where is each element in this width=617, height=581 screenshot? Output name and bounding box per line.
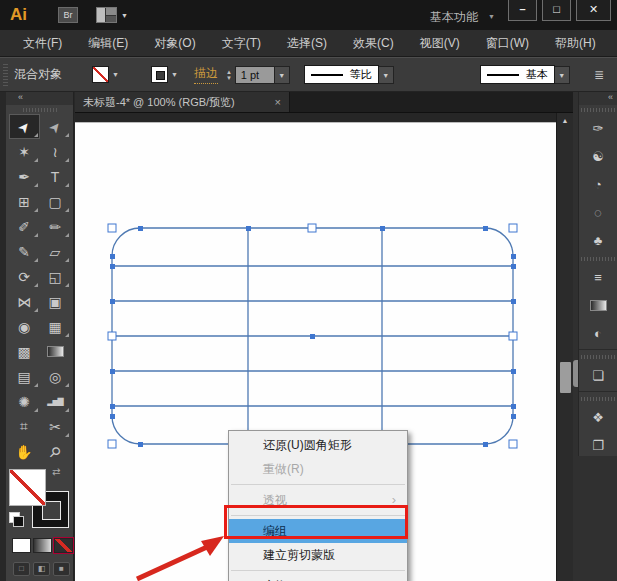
scrollbar-thumb[interactable] <box>560 362 571 393</box>
workspace-caret-icon[interactable]: ▼ <box>488 13 495 20</box>
slice-tool[interactable]: ✂ <box>40 414 71 439</box>
blob-brush-tool[interactable]: ✎ <box>9 239 40 264</box>
rounded-rectangle-tool[interactable]: ▢ <box>40 189 71 214</box>
stroke-panel-icon[interactable]: ≡ <box>585 264 611 290</box>
default-fill-stroke-icon[interactable] <box>9 512 20 523</box>
color-panel-icon[interactable]: ◌ <box>585 199 611 225</box>
eyedropper-tool[interactable]: ▤ <box>9 364 40 389</box>
color-fill-button[interactable] <box>12 538 31 553</box>
document-tab[interactable]: 未标题-4* @ 100% (RGB/预览) × <box>75 92 290 112</box>
none-fill-button[interactable] <box>54 538 73 553</box>
screen-mode-normal-button[interactable]: □ <box>13 562 30 576</box>
perspective-grid-tool[interactable]: ▦ <box>40 314 71 339</box>
stroke-width-dropdown-button[interactable]: ▼ <box>275 66 290 84</box>
fill-stroke-proxies: ⇄ <box>6 468 73 534</box>
screen-mode-full-button[interactable]: ■ <box>53 562 70 576</box>
menu-item-undo-rounded-rect[interactable]: 还原(U)圆角矩形 <box>229 433 407 457</box>
width-profile-dropdown[interactable]: 等比 ▼ <box>304 65 394 84</box>
tools-collapse-icon[interactable]: « <box>6 92 73 105</box>
panel-gripper-4[interactable] <box>581 397 615 401</box>
transparency-panel-icon[interactable]: ◐ <box>585 320 611 346</box>
artboard-tool[interactable]: ⌗ <box>9 414 40 439</box>
arrange-documents-icon[interactable] <box>96 7 117 23</box>
tab-close-icon[interactable]: × <box>275 96 281 108</box>
fill-color-dropdown[interactable]: ▼ <box>92 66 119 83</box>
magic-wand-tool[interactable]: ✶ <box>9 139 40 164</box>
gradient-panel-icon[interactable]: ◔ <box>585 171 611 197</box>
menu-help[interactable]: 帮助(H) <box>542 35 609 52</box>
menu-view[interactable]: 视图(V) <box>407 35 473 52</box>
zoom-tool[interactable]: ⚲ <box>40 439 71 464</box>
scale-tool[interactable]: ◱ <box>40 264 71 289</box>
panel-gripper-2[interactable] <box>581 257 615 261</box>
fill-proxy[interactable] <box>9 469 46 506</box>
menu-item-transform[interactable]: 变换 › <box>229 574 407 581</box>
type-tool[interactable]: T <box>40 164 71 189</box>
close-button[interactable]: ✕ <box>576 0 611 21</box>
width-tool[interactable]: ⋈ <box>9 289 40 314</box>
swap-fill-stroke-icon[interactable]: ⇄ <box>52 466 60 477</box>
menu-window[interactable]: 窗口(W) <box>473 35 542 52</box>
width-profile-dropdown-button[interactable]: ▼ <box>379 66 394 84</box>
artboard-icon: ⌗ <box>20 418 28 435</box>
menu-object[interactable]: 对象(O) <box>141 35 208 52</box>
shape-builder-tool[interactable]: ◉ <box>9 314 40 339</box>
swatches-panel-icon[interactable]: ☯ <box>585 143 611 169</box>
mesh-tool[interactable]: ▩ <box>9 339 40 364</box>
rotate-tool[interactable]: ⟳ <box>9 264 40 289</box>
pencil-tool[interactable]: ✏ <box>40 214 71 239</box>
tools-gripper[interactable] <box>23 108 57 112</box>
brushes-panel-icon[interactable]: ✑ <box>585 115 611 141</box>
stroke-color-dropdown[interactable]: ▼ <box>141 66 178 83</box>
panel-gripper-3[interactable] <box>581 355 615 359</box>
eraser-tool[interactable]: ▱ <box>40 239 71 264</box>
control-bar-gripper[interactable] <box>3 64 8 86</box>
brush-definition-dropdown[interactable]: 基本 ▼ <box>480 65 570 84</box>
maximize-button[interactable]: □ <box>542 0 571 21</box>
symbol-sprayer-icon: ✺ <box>18 394 30 410</box>
workspace-switcher[interactable]: 基本功能 <box>430 9 478 26</box>
brush-definition-dropdown-button[interactable]: ▼ <box>555 66 570 84</box>
bridge-icon[interactable]: Br <box>58 7 78 23</box>
symbol-sprayer-tool[interactable]: ✺ <box>9 389 40 414</box>
stroke-width-field[interactable]: 1 pt <box>235 66 275 84</box>
eyedropper-icon: ▤ <box>17 369 30 385</box>
gradient-fill-panel-icon[interactable] <box>585 292 611 318</box>
screen-mode-menu-button[interactable]: ◧ <box>33 562 50 576</box>
column-graph-tool[interactable]: ▂▅▇ <box>40 389 71 414</box>
gradient-fill-button[interactable] <box>33 538 52 553</box>
menu-edit[interactable]: 编辑(E) <box>75 35 141 52</box>
vertical-scrollbar[interactable]: ▲ <box>556 113 573 581</box>
stroke-width-stepper[interactable]: ▲ ▼ <box>226 69 232 81</box>
menu-item-make-clipping-mask[interactable]: 建立剪切蒙版 <box>229 543 407 567</box>
lasso-tool[interactable]: ≀ <box>40 139 71 164</box>
arrange-caret-icon[interactable]: ▼ <box>121 12 128 19</box>
menu-file[interactable]: 文件(F) <box>10 35 75 52</box>
rectangular-grid-tool[interactable]: ⊞ <box>9 189 40 214</box>
gradient-tool[interactable] <box>40 339 71 364</box>
panel-collapse-icon[interactable]: « <box>579 92 617 105</box>
control-panel-menu-icon[interactable]: ≣ <box>594 68 604 82</box>
layers-panel-icon[interactable]: ❖ <box>585 404 611 430</box>
direct-selection-tool[interactable]: ➤ <box>40 114 71 139</box>
appearance-panel-icon[interactable]: ❏ <box>585 362 611 388</box>
pen-tool[interactable]: ✒ <box>9 164 40 189</box>
blob-brush-icon: ✎ <box>18 244 30 260</box>
collapsed-panel-handle[interactable] <box>573 360 578 387</box>
paintbrush-tool[interactable]: ✐ <box>9 214 40 239</box>
menu-effect[interactable]: 效果(C) <box>340 35 407 52</box>
scroll-up-icon[interactable]: ▲ <box>557 113 573 129</box>
hand-tool[interactable]: ✋ <box>9 439 40 464</box>
symbols-panel-icon[interactable]: ♣ <box>585 227 611 253</box>
panel-gripper-1[interactable] <box>581 108 615 112</box>
free-transform-tool[interactable]: ▣ <box>40 289 71 314</box>
artboards-panel-icon[interactable]: ❐ <box>585 432 611 458</box>
blend-tool[interactable]: ◎ <box>40 364 71 389</box>
menu-type[interactable]: 文字(T) <box>209 35 274 52</box>
stroke-panel-link[interactable]: 描边 <box>194 65 218 84</box>
minimize-button[interactable]: – <box>508 0 537 21</box>
spinner-down-icon[interactable]: ▼ <box>226 75 232 81</box>
menu-select[interactable]: 选择(S) <box>274 35 340 52</box>
selection-tool[interactable]: ➤ <box>9 114 40 139</box>
fill-caret-icon: ▼ <box>112 71 119 78</box>
